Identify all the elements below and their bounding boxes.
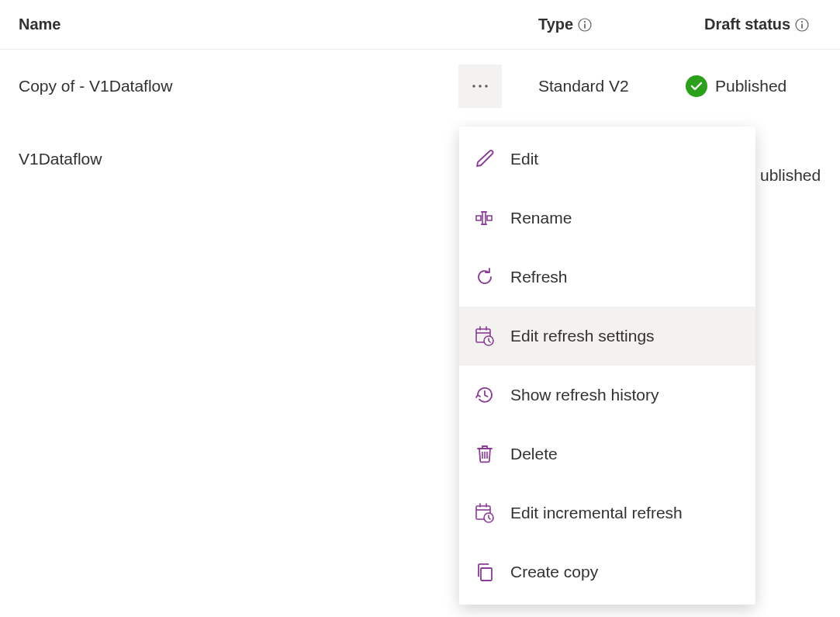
menu-item-edit-refresh-settings[interactable]: Edit refresh settings [459, 307, 755, 366]
schedule-icon [473, 501, 496, 525]
cell-name[interactable]: Copy of - V1Dataflow [19, 77, 458, 95]
menu-item-label: Edit incremental refresh [510, 504, 683, 522]
info-icon[interactable] [795, 18, 809, 32]
info-icon[interactable] [578, 18, 592, 32]
menu-item-edit[interactable]: Edit [459, 130, 755, 189]
menu-item-edit-incremental-refresh[interactable]: Edit incremental refresh [459, 484, 755, 542]
column-header-draft-label: Draft status [704, 16, 790, 33]
menu-item-label: Refresh [510, 268, 568, 286]
history-icon [473, 383, 496, 407]
cell-type: Standard V2 [538, 77, 686, 95]
status-label: Published [715, 77, 786, 95]
table-row[interactable]: Copy of - V1Dataflow Standard V2 Publish… [0, 50, 840, 123]
menu-item-label: Delete [510, 445, 558, 463]
menu-item-label: Rename [510, 209, 572, 227]
menu-item-refresh[interactable]: Refresh [459, 248, 755, 307]
rename-icon [473, 206, 496, 230]
cell-actions [458, 64, 538, 108]
copy-icon [473, 560, 496, 584]
check-icon [686, 75, 707, 97]
column-header-name[interactable]: Name [19, 16, 538, 33]
menu-item-show-refresh-history[interactable]: Show refresh history [459, 366, 755, 425]
menu-item-delete[interactable]: Delete [459, 425, 755, 484]
column-header-draft-status[interactable]: Draft status [704, 16, 840, 33]
context-menu: Edit Rename Refresh Edit refresh setting… [459, 127, 755, 605]
trash-icon [473, 442, 496, 466]
schedule-icon [473, 324, 496, 348]
menu-item-create-copy[interactable]: Create copy [459, 542, 755, 601]
column-header-type[interactable]: Type [538, 16, 704, 33]
column-header-type-label: Type [538, 16, 573, 33]
menu-item-rename[interactable]: Rename [459, 189, 755, 248]
pencil-icon [473, 147, 496, 171]
menu-item-label: Show refresh history [510, 386, 659, 404]
cell-draft-status: Published [686, 75, 840, 97]
cell-name[interactable]: V1Dataflow [19, 150, 458, 168]
menu-item-label: Create copy [510, 563, 598, 581]
status-label-obscured: ublished [760, 166, 821, 185]
refresh-icon [473, 265, 496, 289]
table-header-row: Name Type Draft status [0, 0, 840, 50]
more-options-button[interactable] [458, 64, 502, 108]
menu-item-label: Edit refresh settings [510, 327, 655, 345]
menu-item-label: Edit [510, 150, 538, 168]
